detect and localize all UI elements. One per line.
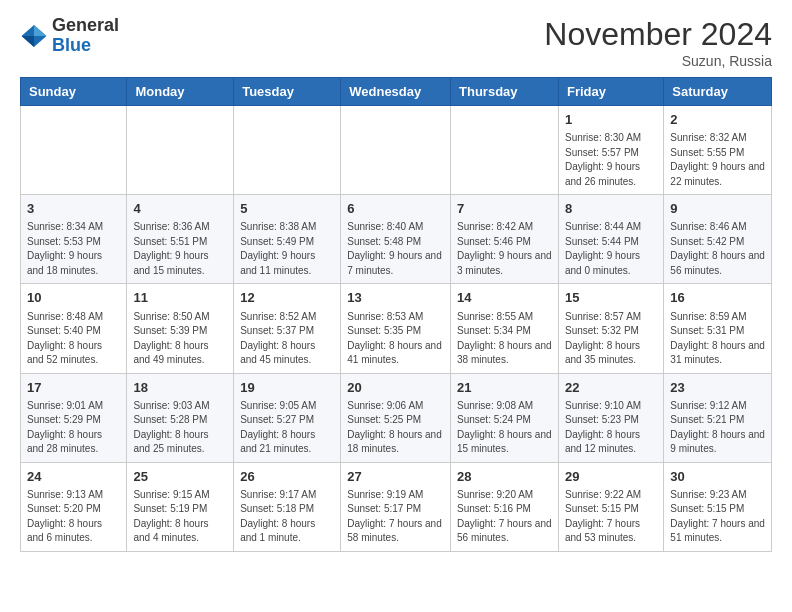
table-row: 5Sunrise: 8:38 AM Sunset: 5:49 PM Daylig… (234, 195, 341, 284)
title-block: November 2024 Suzun, Russia (544, 16, 772, 69)
table-row: 27Sunrise: 9:19 AM Sunset: 5:17 PM Dayli… (341, 462, 451, 551)
day-info: Sunrise: 9:08 AM Sunset: 5:24 PM Dayligh… (457, 399, 552, 457)
table-row: 22Sunrise: 9:10 AM Sunset: 5:23 PM Dayli… (558, 373, 663, 462)
day-number: 27 (347, 468, 444, 486)
table-row (234, 106, 341, 195)
logo-text: General Blue (52, 16, 119, 56)
day-number: 12 (240, 289, 334, 307)
logo-blue: Blue (52, 35, 91, 55)
table-row (21, 106, 127, 195)
table-row: 26Sunrise: 9:17 AM Sunset: 5:18 PM Dayli… (234, 462, 341, 551)
day-number: 4 (133, 200, 227, 218)
table-row: 13Sunrise: 8:53 AM Sunset: 5:35 PM Dayli… (341, 284, 451, 373)
table-row: 24Sunrise: 9:13 AM Sunset: 5:20 PM Dayli… (21, 462, 127, 551)
day-info: Sunrise: 9:06 AM Sunset: 5:25 PM Dayligh… (347, 399, 444, 457)
day-info: Sunrise: 8:59 AM Sunset: 5:31 PM Dayligh… (670, 310, 765, 368)
day-number: 28 (457, 468, 552, 486)
day-info: Sunrise: 9:13 AM Sunset: 5:20 PM Dayligh… (27, 488, 120, 546)
table-row: 28Sunrise: 9:20 AM Sunset: 5:16 PM Dayli… (451, 462, 559, 551)
table-row: 20Sunrise: 9:06 AM Sunset: 5:25 PM Dayli… (341, 373, 451, 462)
table-row (127, 106, 234, 195)
day-number: 19 (240, 379, 334, 397)
table-row: 4Sunrise: 8:36 AM Sunset: 5:51 PM Daylig… (127, 195, 234, 284)
logo-general: General (52, 15, 119, 35)
day-info: Sunrise: 9:12 AM Sunset: 5:21 PM Dayligh… (670, 399, 765, 457)
day-info: Sunrise: 9:01 AM Sunset: 5:29 PM Dayligh… (27, 399, 120, 457)
calendar-week-row: 17Sunrise: 9:01 AM Sunset: 5:29 PM Dayli… (21, 373, 772, 462)
day-number: 24 (27, 468, 120, 486)
day-number: 21 (457, 379, 552, 397)
day-number: 8 (565, 200, 657, 218)
table-row: 25Sunrise: 9:15 AM Sunset: 5:19 PM Dayli… (127, 462, 234, 551)
day-number: 2 (670, 111, 765, 129)
logo-icon (20, 22, 48, 50)
table-row: 7Sunrise: 8:42 AM Sunset: 5:46 PM Daylig… (451, 195, 559, 284)
calendar-week-row: 24Sunrise: 9:13 AM Sunset: 5:20 PM Dayli… (21, 462, 772, 551)
col-wednesday: Wednesday (341, 78, 451, 106)
day-number: 7 (457, 200, 552, 218)
calendar-table: Sunday Monday Tuesday Wednesday Thursday… (20, 77, 772, 552)
col-monday: Monday (127, 78, 234, 106)
calendar-week-row: 3Sunrise: 8:34 AM Sunset: 5:53 PM Daylig… (21, 195, 772, 284)
table-row: 1Sunrise: 8:30 AM Sunset: 5:57 PM Daylig… (558, 106, 663, 195)
table-row: 16Sunrise: 8:59 AM Sunset: 5:31 PM Dayli… (664, 284, 772, 373)
svg-marker-2 (22, 36, 34, 47)
day-info: Sunrise: 8:44 AM Sunset: 5:44 PM Dayligh… (565, 220, 657, 278)
table-row: 11Sunrise: 8:50 AM Sunset: 5:39 PM Dayli… (127, 284, 234, 373)
day-info: Sunrise: 9:03 AM Sunset: 5:28 PM Dayligh… (133, 399, 227, 457)
day-info: Sunrise: 8:52 AM Sunset: 5:37 PM Dayligh… (240, 310, 334, 368)
day-info: Sunrise: 8:38 AM Sunset: 5:49 PM Dayligh… (240, 220, 334, 278)
day-number: 26 (240, 468, 334, 486)
day-info: Sunrise: 8:50 AM Sunset: 5:39 PM Dayligh… (133, 310, 227, 368)
day-info: Sunrise: 8:34 AM Sunset: 5:53 PM Dayligh… (27, 220, 120, 278)
day-info: Sunrise: 9:19 AM Sunset: 5:17 PM Dayligh… (347, 488, 444, 546)
calendar-header-row: Sunday Monday Tuesday Wednesday Thursday… (21, 78, 772, 106)
day-number: 14 (457, 289, 552, 307)
day-number: 18 (133, 379, 227, 397)
table-row: 14Sunrise: 8:55 AM Sunset: 5:34 PM Dayli… (451, 284, 559, 373)
day-info: Sunrise: 8:30 AM Sunset: 5:57 PM Dayligh… (565, 131, 657, 189)
day-number: 25 (133, 468, 227, 486)
day-info: Sunrise: 8:55 AM Sunset: 5:34 PM Dayligh… (457, 310, 552, 368)
col-thursday: Thursday (451, 78, 559, 106)
table-row: 8Sunrise: 8:44 AM Sunset: 5:44 PM Daylig… (558, 195, 663, 284)
day-info: Sunrise: 8:46 AM Sunset: 5:42 PM Dayligh… (670, 220, 765, 278)
svg-marker-1 (34, 25, 46, 36)
day-number: 6 (347, 200, 444, 218)
col-sunday: Sunday (21, 78, 127, 106)
day-number: 9 (670, 200, 765, 218)
month-title: November 2024 (544, 16, 772, 53)
table-row (451, 106, 559, 195)
day-info: Sunrise: 8:36 AM Sunset: 5:51 PM Dayligh… (133, 220, 227, 278)
day-info: Sunrise: 9:22 AM Sunset: 5:15 PM Dayligh… (565, 488, 657, 546)
day-number: 23 (670, 379, 765, 397)
table-row: 19Sunrise: 9:05 AM Sunset: 5:27 PM Dayli… (234, 373, 341, 462)
table-row: 17Sunrise: 9:01 AM Sunset: 5:29 PM Dayli… (21, 373, 127, 462)
table-row: 18Sunrise: 9:03 AM Sunset: 5:28 PM Dayli… (127, 373, 234, 462)
table-row: 12Sunrise: 8:52 AM Sunset: 5:37 PM Dayli… (234, 284, 341, 373)
day-info: Sunrise: 9:10 AM Sunset: 5:23 PM Dayligh… (565, 399, 657, 457)
day-number: 10 (27, 289, 120, 307)
day-number: 13 (347, 289, 444, 307)
table-row: 15Sunrise: 8:57 AM Sunset: 5:32 PM Dayli… (558, 284, 663, 373)
day-info: Sunrise: 8:32 AM Sunset: 5:55 PM Dayligh… (670, 131, 765, 189)
day-number: 11 (133, 289, 227, 307)
table-row: 23Sunrise: 9:12 AM Sunset: 5:21 PM Dayli… (664, 373, 772, 462)
day-number: 22 (565, 379, 657, 397)
table-row: 21Sunrise: 9:08 AM Sunset: 5:24 PM Dayli… (451, 373, 559, 462)
col-saturday: Saturday (664, 78, 772, 106)
day-number: 20 (347, 379, 444, 397)
col-tuesday: Tuesday (234, 78, 341, 106)
calendar-week-row: 1Sunrise: 8:30 AM Sunset: 5:57 PM Daylig… (21, 106, 772, 195)
day-number: 5 (240, 200, 334, 218)
day-number: 16 (670, 289, 765, 307)
day-number: 30 (670, 468, 765, 486)
day-number: 29 (565, 468, 657, 486)
day-info: Sunrise: 9:15 AM Sunset: 5:19 PM Dayligh… (133, 488, 227, 546)
day-number: 1 (565, 111, 657, 129)
table-row: 10Sunrise: 8:48 AM Sunset: 5:40 PM Dayli… (21, 284, 127, 373)
day-info: Sunrise: 8:48 AM Sunset: 5:40 PM Dayligh… (27, 310, 120, 368)
day-number: 17 (27, 379, 120, 397)
table-row: 30Sunrise: 9:23 AM Sunset: 5:15 PM Dayli… (664, 462, 772, 551)
header: General Blue November 2024 Suzun, Russia (20, 16, 772, 69)
